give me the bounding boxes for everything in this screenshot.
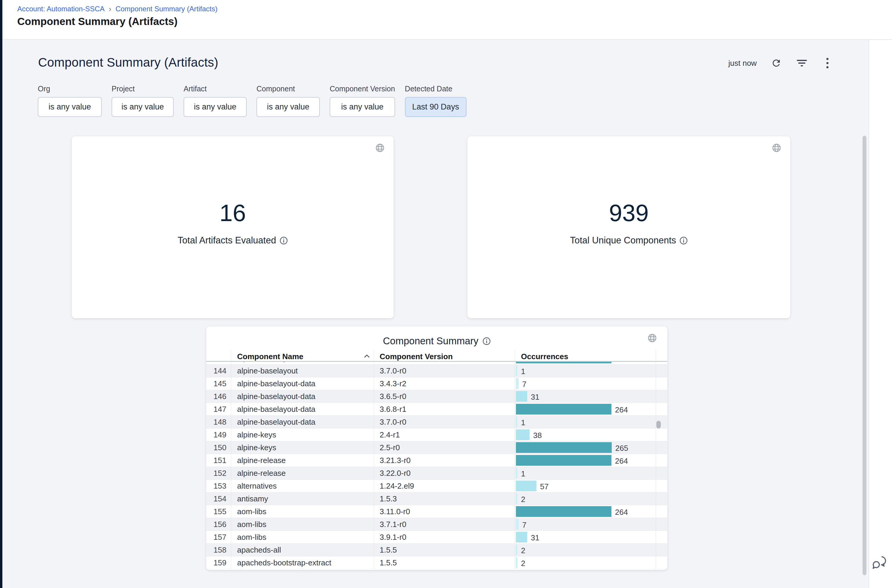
occurrences-bar[interactable] [516,362,612,363]
occurrences-value: 1 [521,416,525,428]
component-version-cell: 3.7.0-r0 [380,416,406,428]
more-options-kebab-icon[interactable] [822,57,834,69]
occurrences-bar[interactable] [516,391,527,402]
sort-ascending-icon[interactable] [363,354,370,358]
component-name-cell: alpine-baselayout-data [237,390,315,403]
table-row[interactable]: 149alpine-keys2.4-r138 [206,429,667,441]
component-name-cell: alpine-keys [237,429,276,441]
component-version-cell: 3.6.5-r0 [380,390,406,403]
table-row[interactable]: 150alpine-keys2.5-r0265 [206,441,667,454]
table-row[interactable]: 147alpine-baselayout-data3.6.8-r1264 [206,403,667,416]
occurrences-value: 2 [521,492,525,505]
row-number: 150 [206,441,226,454]
filter-bar: Orgis any valueProjectis any valueArtifa… [38,84,466,117]
column-header-component-name[interactable]: Component Name [237,352,303,361]
component-version-cell: 1.5.5 [380,556,397,569]
component-version-cell: 3.6.8-r1 [380,403,406,416]
occurrences-bar[interactable] [516,455,612,466]
occurrences-bar[interactable] [516,404,612,414]
info-icon[interactable] [280,237,288,244]
table-row[interactable]: 157aom-libs3.9.1-r031 [206,531,667,544]
filter-button-component[interactable]: is any value [256,97,320,117]
occurrences-bar[interactable] [516,519,519,530]
occurrences-value: 31 [531,390,540,403]
component-version-cell: 3.21.3-r0 [380,454,411,466]
breadcrumb-page-link[interactable]: Component Summary (Artifacts) [115,5,217,13]
component-name-cell: alternatives [237,480,277,492]
globe-icon[interactable] [375,143,384,152]
row-number: 144 [206,364,226,377]
column-header-occurrences[interactable]: Occurrences [521,352,568,361]
occurrences-bar[interactable] [516,544,517,555]
occurrences-bar[interactable] [516,506,612,517]
row-number: 149 [206,429,226,441]
occurrences-bar[interactable] [516,532,527,543]
filter-label: Component [256,84,320,93]
table-row[interactable]: 153alternatives1.24-2.el957 [206,480,667,492]
table-body-scroll-area[interactable]: 143alpine-baselayout3.6.8-r1264144alpine… [206,362,667,569]
info-icon[interactable] [483,337,491,345]
filter-icon[interactable] [796,57,808,69]
row-number: 154 [206,492,226,505]
table-row[interactable]: 155aom-libs3.11.0-r0264 [206,505,667,518]
occurrences-bar[interactable] [516,557,517,568]
occurrences-bar[interactable] [516,429,529,440]
globe-icon[interactable] [772,143,781,152]
row-number: 148 [206,416,226,428]
table-row[interactable]: 151alpine-release3.21.3-r0264 [206,454,667,467]
occurrences-bar[interactable] [516,378,519,389]
component-name-cell: alpine-baselayout-data [237,416,315,428]
column-header-component-version[interactable]: Component Version [380,352,453,361]
component-name-cell: alpine-baselayout-data [237,377,315,390]
occurrences-bar[interactable] [516,442,612,453]
occurrences-value: 7 [522,377,526,390]
filter-label: Artifact [184,84,247,93]
component-name-cell: aom-libs [237,518,266,531]
component-name-cell: alpine-release [237,454,286,466]
occurrences-bar[interactable] [516,494,517,504]
table-row[interactable]: 146alpine-baselayout-data3.6.5-r031 [206,390,667,403]
filter-button-artifact[interactable]: is any value [184,97,247,117]
table-row[interactable]: 148alpine-baselayout-data3.7.0-r01 [206,416,667,429]
row-number: 151 [206,454,226,466]
component-name-cell: aom-libs [237,531,266,543]
component-name-cell: alpine-baselayout-data [237,403,315,416]
table-row[interactable]: 159apacheds-bootstrap-extract1.5.52 [206,556,667,569]
occurrences-value: 264 [615,454,628,466]
occurrences-value: 2 [521,556,525,569]
table-row[interactable]: 158apacheds-all1.5.52 [206,544,667,556]
occurrences-value: 264 [615,403,628,416]
refresh-icon[interactable] [770,57,782,69]
filter-button-org[interactable]: is any value [38,97,102,117]
row-number: 156 [206,518,226,531]
occurrences-bar[interactable] [516,481,537,491]
table-row[interactable]: 156aom-libs3.7.1-r07 [206,518,667,531]
occurrences-bar[interactable] [516,468,517,478]
occurrences-bar[interactable] [516,417,517,427]
table-row[interactable]: 154antisamy1.5.32 [206,492,667,505]
table-scrollbar-thumb[interactable] [657,421,661,429]
row-number: 146 [206,390,226,403]
occurrences-bar[interactable] [516,365,517,376]
table-row[interactable]: 145alpine-baselayout-data3.4.3-r27 [206,377,667,390]
occurrences-value: 38 [533,429,542,441]
component-version-cell: 3.7.1-r0 [380,518,406,531]
table-row[interactable]: 144alpine-baselayout3.7.0-r01 [206,364,667,377]
component-name-cell: apacheds-bootstrap-extract [237,556,331,569]
page-scrollbar-thumb[interactable] [862,136,867,575]
table-row[interactable]: 143alpine-baselayout3.6.8-r1264 [206,362,667,364]
occurrences-value: 2 [521,544,525,556]
breadcrumb-account-link[interactable]: Account: Automation-SSCA [17,5,105,13]
filter-button-component-version[interactable]: is any value [330,97,395,117]
dashboard-controls: just now [729,57,834,69]
dashboard-title: Component Summary (Artifacts) [38,56,218,70]
table-row[interactable]: 152alpine-release3.22.0-r01 [206,467,667,480]
chat-help-icon[interactable] [872,555,888,571]
component-name-cell: alpine-baselayout [237,362,298,364]
filter-button-project[interactable]: is any value [112,97,174,117]
component-name-cell: alpine-keys [237,441,276,454]
filter-button-detected-date[interactable]: Last 90 Days [405,97,466,117]
info-icon[interactable] [679,237,688,244]
occurrences-value: 31 [531,531,540,543]
row-number: 147 [206,403,226,416]
